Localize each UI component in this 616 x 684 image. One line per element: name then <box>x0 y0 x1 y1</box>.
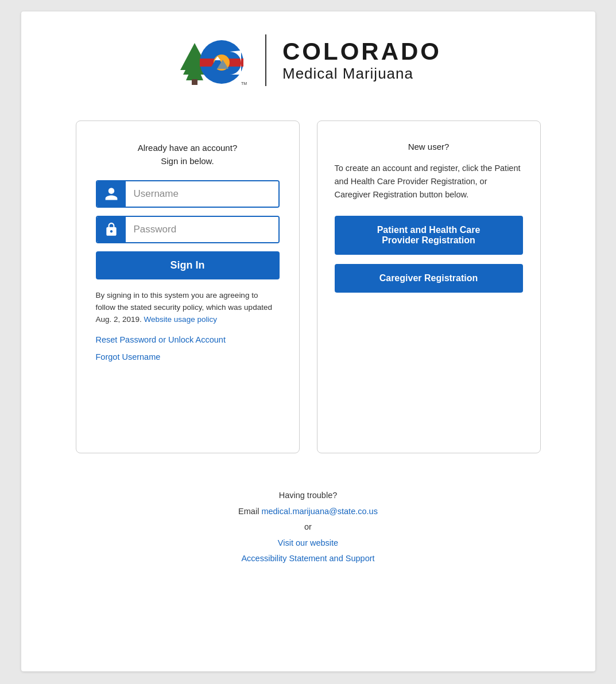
svg-rect-3 <box>192 79 197 85</box>
sign-in-button[interactable]: Sign In <box>96 251 280 279</box>
lock-icon <box>97 217 126 242</box>
website-usage-policy-link[interactable]: Website usage policy <box>144 315 217 324</box>
having-trouble-text: Having trouble? <box>21 488 595 504</box>
email-line: Email medical.marijuana@state.co.us <box>21 504 595 520</box>
user-icon <box>97 181 126 207</box>
new-user-description: To create an account and register, click… <box>335 162 523 202</box>
new-user-title: New user? <box>335 142 523 151</box>
logo-divider <box>265 34 266 86</box>
main-content: Already have an account? Sign in below. <box>21 103 595 471</box>
visit-website-line: Visit our website <box>21 535 595 551</box>
visit-website-link[interactable]: Visit our website <box>278 538 338 547</box>
logo-subtitle-text: Medical Marijuana <box>282 65 441 83</box>
username-input-group <box>96 180 280 208</box>
header: TM COLORADO Medical Marijuana <box>21 11 595 103</box>
reset-password-link[interactable]: Reset Password or Unlock Account <box>96 335 280 344</box>
logo-colorado-text: COLORADO <box>282 38 441 65</box>
logo-area: TM COLORADO Medical Marijuana <box>175 29 441 92</box>
policy-text: By signing in to this system you are agr… <box>96 290 280 326</box>
already-have-account-text: Already have an account? Sign in below. <box>96 142 280 168</box>
password-input-group <box>96 216 280 243</box>
email-link[interactable]: medical.marijuana@state.co.us <box>261 507 378 516</box>
colorado-logo-icon: TM <box>175 29 249 92</box>
accessibility-line: Accessibility Statement and Support <box>21 551 595 567</box>
patient-registration-button[interactable]: Patient and Health Care Provider Registr… <box>335 216 523 255</box>
forgot-username-link[interactable]: Forgot Username <box>96 352 280 362</box>
logo-text: COLORADO Medical Marijuana <box>282 38 441 83</box>
page-wrapper: TM COLORADO Medical Marijuana Already ha… <box>21 11 595 671</box>
svg-text:TM: TM <box>241 81 247 86</box>
new-user-card: New user? To create an account and regis… <box>317 121 541 453</box>
username-input[interactable] <box>126 181 278 207</box>
or-text: or <box>21 519 595 535</box>
caregiver-registration-button[interactable]: Caregiver Registration <box>335 264 523 293</box>
password-input[interactable] <box>126 217 278 242</box>
accessibility-link[interactable]: Accessibility Statement and Support <box>241 554 374 563</box>
sign-in-card: Already have an account? Sign in below. <box>76 121 300 453</box>
footer: Having trouble? Email medical.marijuana@… <box>21 471 595 567</box>
